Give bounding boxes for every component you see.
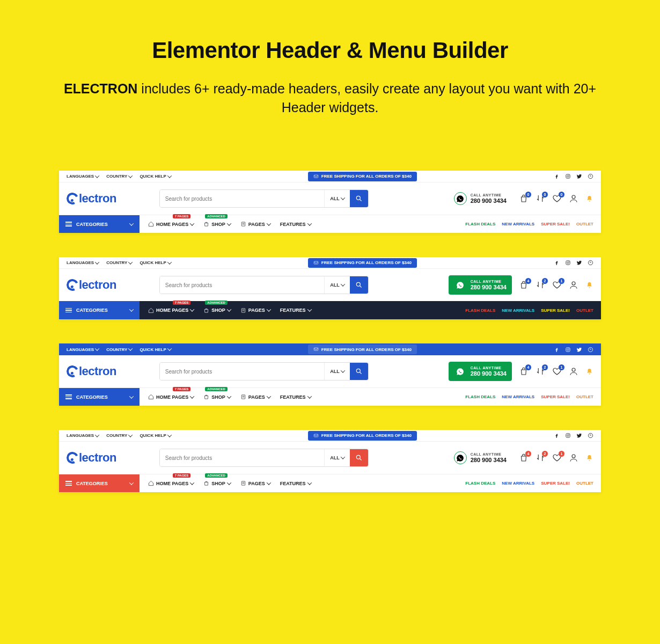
instagram-icon[interactable] bbox=[565, 433, 571, 438]
viber-icon[interactable] bbox=[588, 260, 593, 266]
search-category-selector[interactable]: ALL bbox=[324, 276, 350, 294]
help-selector[interactable]: QUICK HELP bbox=[140, 174, 171, 179]
viber-icon[interactable] bbox=[588, 433, 593, 438]
nav-pages[interactable]: PAGES bbox=[240, 480, 270, 486]
nav-shop[interactable]: ADVANCEDSHOP bbox=[203, 394, 231, 400]
link-outlet[interactable]: OUTLET bbox=[576, 308, 593, 313]
nav-shop[interactable]: ADVANCEDSHOP bbox=[203, 480, 231, 486]
nav-pages[interactable]: PAGES bbox=[240, 394, 270, 400]
account-button[interactable] bbox=[569, 453, 578, 463]
notifications-button[interactable] bbox=[585, 454, 593, 462]
nav-shop[interactable]: ADVANCEDSHOP bbox=[203, 308, 231, 313]
account-button[interactable] bbox=[569, 194, 578, 203]
link-new-arrivals[interactable]: NEW ARRIVALS bbox=[502, 481, 534, 486]
link-flash-deals[interactable]: FLASH DEALS bbox=[465, 308, 495, 313]
search-category-selector[interactable]: ALL bbox=[324, 363, 350, 380]
nav-home[interactable]: 7 PAGESHOME PAGES bbox=[148, 394, 194, 400]
country-selector[interactable]: COUNTRY bbox=[106, 347, 132, 352]
nav-features[interactable]: FEATURES bbox=[280, 308, 311, 313]
link-flash-deals[interactable]: FLASH DEALS bbox=[465, 222, 495, 226]
categories-button[interactable]: CATEGORIES bbox=[59, 301, 140, 319]
call-widget[interactable]: CALL ANYTIME280 900 3434 bbox=[449, 448, 512, 467]
country-selector[interactable]: COUNTRY bbox=[106, 260, 132, 265]
wishlist-button[interactable]: 0 bbox=[552, 194, 562, 203]
account-button[interactable] bbox=[569, 367, 578, 376]
language-selector[interactable]: LANGUAGES bbox=[67, 347, 99, 352]
link-flash-deals[interactable]: FLASH DEALS bbox=[465, 394, 495, 399]
link-outlet[interactable]: OUTLET bbox=[576, 481, 593, 486]
nav-home[interactable]: 7 PAGESHOME PAGES bbox=[148, 221, 194, 227]
notifications-button[interactable] bbox=[585, 281, 593, 289]
instagram-icon[interactable] bbox=[565, 347, 571, 353]
link-new-arrivals[interactable]: NEW ARRIVALS bbox=[502, 394, 534, 399]
categories-button[interactable]: CATEGORIES bbox=[59, 215, 140, 233]
link-super-sale[interactable]: SUPER SALE! bbox=[541, 394, 570, 399]
nav-home[interactable]: 7 PAGESHOME PAGES bbox=[148, 308, 194, 313]
facebook-icon[interactable] bbox=[554, 260, 560, 266]
search-button[interactable] bbox=[350, 363, 368, 380]
call-widget[interactable]: CALL ANYTIME280 900 3434 bbox=[449, 275, 512, 295]
call-widget[interactable]: CALL ANYTIME280 900 3434 bbox=[449, 189, 512, 208]
link-outlet[interactable]: OUTLET bbox=[576, 222, 593, 226]
nav-features[interactable]: FEATURES bbox=[280, 394, 311, 400]
instagram-icon[interactable] bbox=[565, 173, 571, 179]
nav-features[interactable]: FEATURES bbox=[280, 481, 311, 486]
link-new-arrivals[interactable]: NEW ARRIVALS bbox=[502, 308, 534, 313]
compare-button[interactable]: 2 bbox=[536, 367, 545, 376]
nav-home[interactable]: 7 PAGESHOME PAGES bbox=[148, 480, 194, 486]
help-selector[interactable]: QUICK HELP bbox=[140, 260, 171, 265]
nav-features[interactable]: FEATURES bbox=[280, 222, 311, 227]
search-input[interactable] bbox=[160, 363, 325, 380]
search-button[interactable] bbox=[350, 449, 368, 466]
account-button[interactable] bbox=[569, 280, 578, 290]
viber-icon[interactable] bbox=[588, 347, 593, 353]
compare-button[interactable]: 0 bbox=[536, 194, 545, 203]
search-button[interactable] bbox=[350, 190, 368, 207]
logo[interactable]: lectron bbox=[67, 451, 116, 465]
nav-pages[interactable]: PAGES bbox=[240, 221, 270, 227]
logo[interactable]: lectron bbox=[67, 192, 116, 206]
help-selector[interactable]: QUICK HELP bbox=[140, 433, 171, 438]
cart-button[interactable]: 4 bbox=[519, 280, 529, 290]
link-flash-deals[interactable]: FLASH DEALS bbox=[465, 481, 495, 486]
facebook-icon[interactable] bbox=[554, 433, 560, 438]
logo[interactable]: lectron bbox=[67, 364, 116, 378]
link-outlet[interactable]: OUTLET bbox=[576, 394, 593, 399]
cart-button[interactable]: 4 bbox=[519, 453, 529, 463]
wishlist-button[interactable]: 1 bbox=[552, 367, 562, 376]
link-new-arrivals[interactable]: NEW ARRIVALS bbox=[502, 222, 534, 226]
language-selector[interactable]: LANGUAGES bbox=[67, 260, 99, 265]
twitter-icon[interactable] bbox=[576, 433, 582, 438]
compare-button[interactable]: 2 bbox=[536, 453, 545, 463]
language-selector[interactable]: LANGUAGES bbox=[67, 174, 99, 179]
language-selector[interactable]: LANGUAGES bbox=[67, 433, 99, 438]
twitter-icon[interactable] bbox=[576, 347, 582, 353]
logo[interactable]: lectron bbox=[67, 278, 116, 292]
categories-button[interactable]: CATEGORIES bbox=[59, 388, 140, 406]
country-selector[interactable]: COUNTRY bbox=[106, 433, 132, 438]
search-category-selector[interactable]: ALL bbox=[324, 449, 350, 466]
categories-button[interactable]: CATEGORIES bbox=[59, 474, 140, 492]
link-super-sale[interactable]: SUPER SALE! bbox=[541, 481, 570, 486]
cart-button[interactable]: 4 bbox=[519, 367, 529, 376]
viber-icon[interactable] bbox=[588, 173, 593, 179]
compare-button[interactable]: 2 bbox=[536, 280, 545, 290]
search-input[interactable] bbox=[160, 190, 325, 207]
cart-button[interactable]: 0 bbox=[519, 194, 529, 203]
search-input[interactable] bbox=[160, 276, 325, 294]
help-selector[interactable]: QUICK HELP bbox=[140, 347, 171, 352]
country-selector[interactable]: COUNTRY bbox=[106, 174, 132, 179]
notifications-button[interactable] bbox=[585, 368, 593, 376]
search-button[interactable] bbox=[350, 276, 368, 294]
facebook-icon[interactable] bbox=[554, 347, 560, 353]
search-input[interactable] bbox=[160, 449, 325, 466]
notifications-button[interactable] bbox=[585, 195, 593, 203]
twitter-icon[interactable] bbox=[576, 173, 582, 179]
link-super-sale[interactable]: SUPER SALE! bbox=[541, 222, 570, 226]
instagram-icon[interactable] bbox=[565, 260, 571, 266]
wishlist-button[interactable]: 1 bbox=[552, 453, 562, 463]
call-widget[interactable]: CALL ANYTIME280 900 3434 bbox=[449, 362, 512, 381]
nav-pages[interactable]: PAGES bbox=[240, 308, 270, 313]
facebook-icon[interactable] bbox=[554, 173, 560, 179]
search-category-selector[interactable]: ALL bbox=[324, 190, 350, 207]
